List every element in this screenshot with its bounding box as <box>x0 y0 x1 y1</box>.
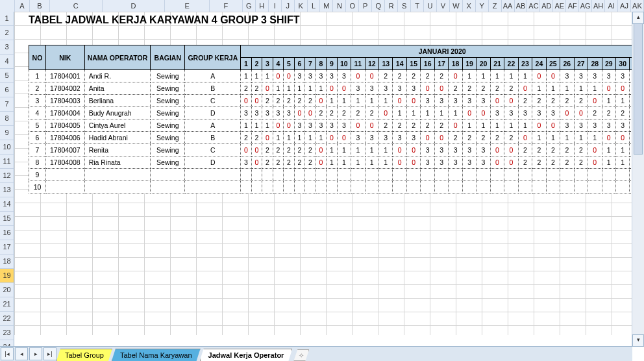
shift-cell[interactable] <box>365 181 378 193</box>
shift-cell[interactable]: 3 <box>294 119 304 132</box>
shift-cell[interactable] <box>316 169 326 181</box>
shift-cell[interactable]: 3 <box>241 107 251 119</box>
shift-cell[interactable] <box>588 169 602 181</box>
row-header-9[interactable]: 9 <box>0 126 14 140</box>
cell-nik[interactable]: 17804006 <box>45 132 84 144</box>
shift-cell[interactable] <box>393 169 406 181</box>
shift-cell[interactable]: 3 <box>421 95 434 107</box>
cell-bagian[interactable]: Sewing <box>151 95 185 107</box>
shift-cell[interactable]: 2 <box>532 156 546 169</box>
shift-cell[interactable] <box>294 181 304 193</box>
shift-cell[interactable]: 0 <box>406 95 420 107</box>
col-header-S[interactable]: S <box>398 0 411 12</box>
shift-cell[interactable] <box>434 169 448 181</box>
col-header-F[interactable]: F <box>210 0 243 12</box>
shift-cell[interactable]: 1 <box>327 156 337 169</box>
shift-cell[interactable]: 1 <box>316 82 326 95</box>
shift-cell[interactable]: 3 <box>393 132 406 144</box>
select-all-corner[interactable] <box>0 0 15 12</box>
shift-cell[interactable]: 2 <box>462 132 476 144</box>
shift-cell[interactable] <box>615 169 629 181</box>
cell-no[interactable]: 8 <box>29 156 46 169</box>
cell-nama[interactable]: Renita <box>84 144 151 156</box>
shift-cell[interactable]: 1 <box>615 156 629 169</box>
cell-bagian[interactable] <box>151 169 185 181</box>
shift-cell[interactable]: 0 <box>251 95 262 107</box>
shift-cell[interactable]: 1 <box>284 132 294 144</box>
shift-cell[interactable]: 0 <box>305 107 316 119</box>
shift-cell[interactable]: 0 <box>406 156 420 169</box>
shift-cell[interactable]: 1 <box>294 82 304 95</box>
shift-cell[interactable]: 2 <box>518 144 532 156</box>
cell-no[interactable]: 3 <box>29 95 46 107</box>
col-header-W[interactable]: W <box>450 0 463 12</box>
shift-cell[interactable]: 2 <box>305 156 316 169</box>
shift-cell[interactable]: 1 <box>337 156 351 169</box>
shift-cell[interactable]: 3 <box>532 107 546 119</box>
shift-cell[interactable]: 1 <box>449 107 462 119</box>
shift-cell[interactable]: 1 <box>379 156 393 169</box>
shift-cell[interactable] <box>379 181 393 193</box>
cell-nama[interactable]: Cintya Aurel <box>84 119 151 132</box>
shift-cell[interactable]: 1 <box>251 119 262 132</box>
tab-nav-next-icon[interactable]: ▸ <box>29 347 42 360</box>
shift-cell[interactable] <box>504 181 518 193</box>
shift-cell[interactable]: 1 <box>518 70 532 82</box>
shift-cell[interactable]: 2 <box>294 95 304 107</box>
scroll-up-icon[interactable]: ▴ <box>632 12 644 24</box>
shift-cell[interactable] <box>602 169 615 181</box>
shift-cell[interactable]: 0 <box>490 95 504 107</box>
shift-cell[interactable] <box>241 169 251 181</box>
shift-cell[interactable]: 1 <box>305 132 316 144</box>
shift-cell[interactable] <box>462 181 476 193</box>
shift-cell[interactable]: 0 <box>327 132 337 144</box>
shift-cell[interactable]: 0 <box>434 132 448 144</box>
shift-cell[interactable] <box>477 169 490 181</box>
shift-cell[interactable]: 1 <box>337 144 351 156</box>
shift-cell[interactable]: 2 <box>393 119 406 132</box>
shift-cell[interactable]: 2 <box>406 119 420 132</box>
col-header-AK[interactable]: AK <box>631 0 644 12</box>
shift-cell[interactable]: 2 <box>504 82 518 95</box>
shift-cell[interactable]: 2 <box>379 70 393 82</box>
vertical-scrollbar[interactable]: ▴ ▾ <box>632 12 644 347</box>
shift-cell[interactable]: 3 <box>327 70 337 82</box>
col-header-Z[interactable]: Z <box>489 0 502 12</box>
col-header-C[interactable]: C <box>50 0 103 12</box>
shift-cell[interactable]: 2 <box>262 156 273 169</box>
row-header-16[interactable]: 16 <box>0 226 14 240</box>
shift-cell[interactable] <box>393 181 406 193</box>
shift-cell[interactable] <box>241 181 251 193</box>
shift-cell[interactable]: 2 <box>546 156 560 169</box>
shift-cell[interactable]: 2 <box>284 144 294 156</box>
shift-cell[interactable]: 2 <box>351 107 365 119</box>
shift-cell[interactable]: 1 <box>421 107 434 119</box>
shift-cell[interactable] <box>316 181 326 193</box>
shift-cell[interactable]: 2 <box>546 144 560 156</box>
shift-cell[interactable] <box>518 181 532 193</box>
shift-cell[interactable]: 3 <box>477 156 490 169</box>
shift-cell[interactable] <box>588 181 602 193</box>
shift-cell[interactable] <box>327 169 337 181</box>
shift-cell[interactable]: 3 <box>560 70 574 82</box>
shift-cell[interactable]: 2 <box>284 95 294 107</box>
shift-cell[interactable]: 1 <box>406 107 420 119</box>
shift-cell[interactable]: 3 <box>504 107 518 119</box>
shift-cell[interactable]: 3 <box>434 144 448 156</box>
shift-cell[interactable]: 0 <box>273 70 283 82</box>
shift-cell[interactable]: 3 <box>477 144 490 156</box>
cell-group[interactable]: C <box>185 95 241 107</box>
shift-cell[interactable]: 3 <box>574 70 588 82</box>
shift-cell[interactable]: 2 <box>262 144 273 156</box>
row-header-8[interactable]: 8 <box>0 112 14 126</box>
shift-cell[interactable]: 0 <box>241 95 251 107</box>
shift-cell[interactable] <box>490 169 504 181</box>
cell-group[interactable]: A <box>185 119 241 132</box>
shift-cell[interactable] <box>421 169 434 181</box>
shift-cell[interactable]: 1 <box>393 107 406 119</box>
shift-cell[interactable]: 2 <box>251 82 262 95</box>
shift-cell[interactable]: 0 <box>532 70 546 82</box>
shift-cell[interactable]: 2 <box>273 95 283 107</box>
cell-bagian[interactable]: Sewing <box>151 119 185 132</box>
cell-group[interactable] <box>185 181 241 193</box>
